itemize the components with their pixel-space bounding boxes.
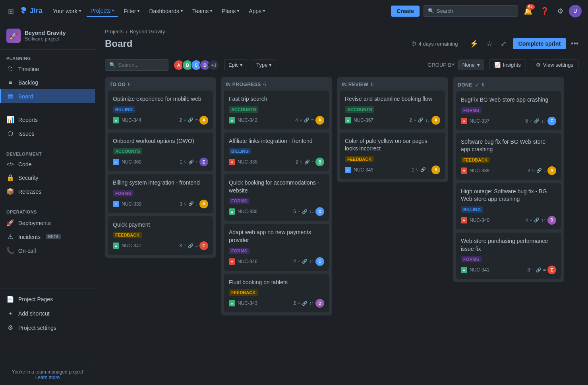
card-issue-id: NUC-344 <box>122 117 141 123</box>
branch-icon: ⑂ <box>184 243 186 248</box>
sidebar-section-title-development: DEVELOPMENT <box>0 150 95 158</box>
nav-dashboards[interactable]: Dashboards ▾ <box>145 6 187 17</box>
expand-button[interactable]: ⤢ <box>499 38 508 50</box>
column-count: 6 <box>128 82 131 87</box>
view-settings-button[interactable]: ⚙ View settings <box>531 60 578 70</box>
sidebar-item-releases[interactable]: 📦 Releases <box>0 185 95 198</box>
table-row[interactable]: Revise and streamline booking flow ACCOU… <box>340 90 445 129</box>
card-footer: ▲ NUC-336 5 ⑂ 🔗 ↓↓ C <box>229 207 324 216</box>
main-layout: 🚀 Beyond Gravity Software project PLANNI… <box>0 22 588 385</box>
sidebar-item-incidents[interactable]: ⚠ Incidents BETA <box>0 230 95 244</box>
nav-plans[interactable]: Plans ▾ <box>218 6 243 17</box>
nav-apps[interactable]: Apps ▾ <box>245 6 269 17</box>
link-icon: 🔗 <box>536 268 542 273</box>
search-input[interactable] <box>118 62 164 68</box>
sidebar-item-security[interactable]: 🔒 Security <box>0 171 95 185</box>
sidebar-item-issues[interactable]: ⬡ Issues <box>0 127 95 141</box>
user-avatar[interactable]: U <box>569 5 582 17</box>
table-row[interactable]: Billing system integration - frontend FO… <box>108 174 213 213</box>
nav-teams[interactable]: Teams ▾ <box>188 6 216 17</box>
breadcrumb-projects[interactable]: Projects <box>105 29 124 35</box>
table-row[interactable]: High outage: Software bug fix - BG Web-s… <box>456 183 561 229</box>
security-icon: 🔒 <box>6 174 14 181</box>
table-row[interactable]: Software bug fix for BG Web-store app cr… <box>456 133 561 180</box>
notifications-button[interactable]: 🔔 9+ <box>521 4 535 18</box>
table-row[interactable]: Color of pale yellow on our pages looks … <box>340 133 445 179</box>
card-footer: ▲ NUC-341 3 ⑂ 🔗 = E <box>113 241 208 250</box>
settings-button[interactable]: ⚙ <box>555 4 566 18</box>
help-button[interactable]: ❓ <box>538 4 551 18</box>
link-icon: 🔗 <box>188 160 194 165</box>
card-meta: 1 ⑂ 🔗 ↑ E <box>180 158 208 166</box>
nav-your-work[interactable]: Your work ▾ <box>49 6 85 17</box>
card-count: 2 <box>293 300 296 306</box>
avatar-more[interactable]: +3 <box>208 60 219 71</box>
priority-icon: ↑↑ <box>309 300 314 306</box>
sidebar-item-deployments[interactable]: 🚀 Deployments <box>0 216 95 230</box>
star-button[interactable]: ☆ <box>485 38 494 50</box>
branch-icon: ⑂ <box>300 160 303 164</box>
card-footer: ▲ NUC-367 2 ⑂ 🔗 ↓↓ A <box>345 116 440 125</box>
table-row[interactable]: Optimize experience for mobile web BILLI… <box>108 90 213 129</box>
priority-icon: = <box>311 117 314 123</box>
sidebar-item-add-shortcut[interactable]: ＋ Add shortcut <box>0 306 95 321</box>
more-options-button[interactable]: ••• <box>571 40 578 48</box>
search-placeholder: Search <box>437 8 453 14</box>
branch-icon: ⑂ <box>298 209 300 214</box>
card-count: 5 <box>525 118 528 124</box>
board-columns: TO DO 6 Optimize experience for mobile w… <box>95 77 588 385</box>
sidebar-item-project-settings[interactable]: ⚙ Project settings <box>0 321 95 335</box>
sidebar-item-reports[interactable]: 📊 Reports <box>0 113 95 127</box>
sidebar-item-project-pages[interactable]: 📄 Project Pages <box>0 292 95 306</box>
type-filter[interactable]: Type ▾ <box>252 60 276 70</box>
card-meta: 2 ⑂ 🔗 ↑↑ D <box>293 299 324 308</box>
create-button[interactable]: Create <box>391 6 420 17</box>
column-todo: TO DO 6 Optimize experience for mobile w… <box>105 77 216 258</box>
table-row[interactable]: Fluid booking on tablets FEEDBACK ▲ NUC-… <box>224 274 329 313</box>
search-box[interactable]: 🔍 Search <box>423 5 518 17</box>
link-icon: 🔗 <box>188 117 193 123</box>
footer-link[interactable]: Learn more <box>6 375 89 380</box>
epic-filter[interactable]: Epic ▾ <box>224 60 247 70</box>
board-search[interactable]: 🔍 <box>105 59 168 71</box>
link-icon: 🔗 <box>534 218 540 223</box>
table-row[interactable]: BugFix BG Web-store app crashing FORMS ●… <box>456 91 561 130</box>
app-logo[interactable]: Jira <box>19 7 43 15</box>
nav-projects[interactable]: Projects ▾ <box>87 5 118 17</box>
card-meta: 3 ⑂ 🔗 = E <box>527 266 556 274</box>
avatar: E <box>547 266 556 274</box>
nav-filter[interactable]: Filter ▾ <box>120 6 143 17</box>
card-footer: ● NUC-346 2 ⑂ 🔗 ↑↑ C <box>229 257 324 266</box>
sidebar-item-backlog[interactable]: ≡ Backlog <box>0 76 95 89</box>
sidebar-item-timeline[interactable]: ⏱ Timeline <box>0 62 95 76</box>
breadcrumb-project[interactable]: Beyond Gravity <box>130 29 165 35</box>
card-issue-id: NUC-360 <box>122 159 141 165</box>
sidebar-item-label: Project Pages <box>18 296 53 302</box>
backlog-icon: ≡ <box>6 79 14 86</box>
branch-icon: ⑂ <box>300 118 302 123</box>
table-row[interactable]: Web-store purchasing performance issue f… <box>456 233 561 279</box>
group-select[interactable]: None ▾ <box>458 60 484 70</box>
column-header: DONE ✓ 6 <box>453 77 564 91</box>
sidebar-item-code[interactable]: </> Code <box>0 158 95 171</box>
table-row[interactable]: Onboard workout options (OWO) ACCOUNTS ✓… <box>108 133 213 171</box>
branch-icon: ⑂ <box>184 202 187 206</box>
table-row[interactable]: Affiliate links integration - frontend B… <box>224 133 329 171</box>
complete-sprint-button[interactable]: Complete sprint <box>513 38 567 49</box>
column-cards: Fast trip search ACCOUNTS ▲ NUC-342 4 ⑂ … <box>221 90 332 316</box>
insights-button[interactable]: 📈 Insights <box>489 60 526 70</box>
table-row[interactable]: Quick booking for accommodations - websi… <box>224 174 329 221</box>
card-count: 3 <box>180 201 182 207</box>
card-tag: FORMS <box>113 190 133 196</box>
sidebar-item-oncall[interactable]: 📞 On-call <box>0 244 95 258</box>
table-row[interactable]: Adapt web app no new payments provider F… <box>224 224 329 270</box>
bug-icon: ● <box>461 167 467 174</box>
sidebar-item-board[interactable]: ▦ Board <box>0 89 95 103</box>
lightning-button[interactable]: ⚡ <box>468 38 480 50</box>
card-tag: FORMS <box>229 248 250 254</box>
sidebar-item-label: Board <box>18 93 33 100</box>
table-row[interactable]: Quick payment FEEDBACK ▲ NUC-341 3 ⑂ 🔗 =… <box>108 216 213 255</box>
card-tag: BILLING <box>113 106 135 113</box>
table-row[interactable]: Fast trip search ACCOUNTS ▲ NUC-342 4 ⑂ … <box>224 90 329 129</box>
grid-icon[interactable]: ⊞ <box>6 5 15 17</box>
